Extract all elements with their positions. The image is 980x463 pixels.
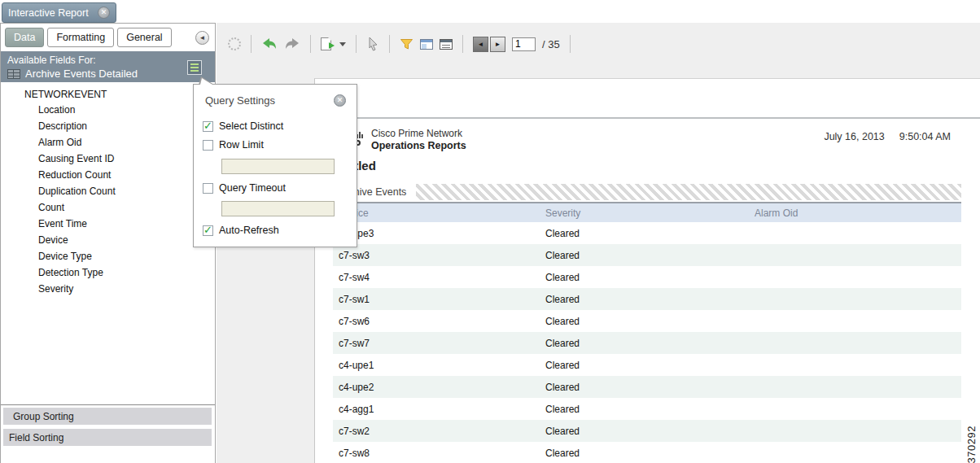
report-toolbar: ◄ ► / 35 — [228, 33, 574, 55]
query-settings-menu-button[interactable] — [187, 60, 202, 75]
report-brand-row: Cisco Prime Network Operations Reports J… — [347, 128, 951, 151]
table-cell: c4-upe3 — [333, 228, 540, 239]
brand-line1: Cisco Prime Network — [371, 128, 466, 139]
popup-title: Query Settings — [205, 94, 275, 107]
row-limit-checkbox[interactable] — [203, 140, 213, 151]
interactive-report-tab-label: Interactive Report — [8, 7, 89, 19]
table-cell: Cleared — [540, 228, 749, 239]
table-row[interactable]: c7-sw8Cleared — [333, 442, 961, 463]
table-cell: Cleared — [540, 360, 749, 371]
field-item[interactable]: Detection Type — [1, 264, 215, 281]
table-cell: Cleared — [540, 426, 749, 437]
column-header-alarm-oid[interactable]: Alarm Oid — [749, 207, 961, 219]
toolbar-separator — [462, 35, 463, 53]
toolbar-separator — [389, 35, 390, 53]
select-distinct-checkbox[interactable] — [203, 121, 213, 132]
field-item[interactable]: Duplication Count — [1, 183, 215, 199]
column-header-device[interactable]: Device — [333, 207, 540, 219]
available-fields-header: Available Fields For: Archive Events Det… — [1, 51, 215, 82]
query-timeout-input[interactable] — [221, 201, 335, 216]
filter-funnel-icon[interactable] — [400, 38, 413, 50]
toolbar-separator — [251, 35, 252, 53]
field-item[interactable]: Reduction Count — [1, 167, 215, 183]
table-row[interactable]: c7-sw4Cleared — [333, 266, 961, 288]
section-band: Archive Events — [333, 184, 961, 200]
tab-general[interactable]: General — [117, 28, 171, 47]
close-tab-icon[interactable]: ✕ — [98, 7, 110, 19]
table-cell: Cleared — [540, 250, 749, 261]
field-item[interactable]: Location — [1, 102, 215, 118]
interactive-report-tab[interactable]: Interactive Report ✕ — [2, 2, 116, 23]
report-date: July 16, 2013 — [824, 131, 884, 142]
field-item[interactable]: Causing Event ID — [1, 151, 215, 167]
table-icon — [7, 69, 20, 79]
collapse-panel-button[interactable]: ◄ — [195, 31, 209, 45]
field-tree-root[interactable]: NETWORKEVENT — [1, 87, 215, 102]
table-row[interactable]: c7-sw7Cleared — [333, 332, 961, 354]
table-cell: c7-sw7 — [333, 338, 540, 349]
row-limit-input[interactable] — [221, 159, 335, 174]
field-item[interactable]: Count — [1, 199, 215, 216]
field-item[interactable]: Device — [1, 232, 215, 248]
table-cell: c7-sw4 — [333, 272, 540, 283]
group-sorting-section[interactable]: Group Sorting — [3, 408, 212, 425]
auto-refresh-label: Auto-Refresh — [219, 225, 279, 236]
table-row[interactable]: c7-sw3Cleared — [333, 244, 961, 266]
report-designer-panel: Data Formatting General ◄ Available Fiel… — [0, 23, 216, 463]
report-header-strip — [315, 79, 980, 119]
toolbar-separator — [310, 35, 311, 53]
report-table-body: c4-upe3Clearedc7-sw3Clearedc7-sw4Cleared… — [333, 222, 961, 463]
table-cell: Cleared — [540, 382, 749, 393]
table-row[interactable]: c4-upe3Cleared — [333, 222, 961, 244]
report-view-icon[interactable] — [440, 39, 453, 50]
figure-number: 370292 — [965, 426, 978, 463]
table-cell: Cleared — [540, 448, 749, 459]
table-cell: c4-agg1 — [333, 404, 540, 415]
popup-close-icon[interactable]: ✕ — [334, 94, 346, 107]
table-row[interactable]: c7-sw6Cleared — [333, 310, 961, 332]
report-time: 9:50:04 AM — [899, 131, 951, 142]
field-item[interactable]: Severity — [1, 281, 215, 297]
previous-page-button[interactable]: ◄ — [473, 37, 488, 52]
field-item[interactable]: Description — [1, 118, 215, 134]
undo-icon[interactable] — [261, 37, 278, 50]
data-source-name: Archive Events Detailed — [25, 68, 138, 80]
table-row[interactable]: c7-sw2Cleared — [333, 420, 961, 442]
table-row[interactable]: c4-upe2Cleared — [333, 376, 961, 398]
table-cell: c4-upe1 — [333, 360, 540, 371]
query-timeout-label: Query Timeout — [219, 182, 286, 194]
report-preview-page: Cisco Prime Network Operations Reports J… — [314, 78, 980, 463]
query-settings-popup: Query Settings ✕ Select Distinct Row Lim… — [193, 84, 357, 247]
table-row[interactable]: c4-upe1Cleared — [333, 354, 961, 376]
prompt-panel-icon[interactable] — [420, 39, 433, 50]
available-fields-label: Available Fields For: — [7, 55, 208, 66]
export-dropdown-icon[interactable] — [339, 42, 346, 46]
report-title: Untitled — [330, 159, 980, 173]
page-number-input[interactable] — [512, 37, 536, 51]
table-row[interactable]: c4-agg1Cleared — [333, 398, 961, 420]
table-cell: c7-sw2 — [333, 426, 540, 437]
toolbar-separator — [570, 35, 571, 53]
select-distinct-label: Select Distinct — [219, 120, 283, 132]
settings-gear-icon[interactable] — [228, 37, 241, 50]
pointer-icon[interactable] — [366, 37, 379, 51]
export-icon[interactable] — [321, 37, 331, 50]
tab-data[interactable]: Data — [5, 28, 44, 47]
field-sorting-section[interactable]: Field Sorting — [3, 429, 212, 446]
table-cell: c7-sw3 — [333, 250, 540, 261]
field-item[interactable]: Event Time — [1, 216, 215, 232]
next-page-button[interactable]: ► — [490, 37, 505, 52]
tab-formatting[interactable]: Formatting — [47, 28, 114, 47]
table-cell: c7-sw1 — [333, 294, 540, 305]
auto-refresh-checkbox[interactable] — [203, 225, 213, 236]
redo-icon[interactable] — [284, 37, 300, 50]
table-cell: Cleared — [540, 316, 749, 327]
column-header-severity[interactable]: Severity — [540, 207, 749, 219]
table-row[interactable]: c7-sw1Cleared — [333, 288, 961, 310]
field-item[interactable]: Device Type — [1, 248, 215, 264]
field-tree: NETWORKEVENT LocationDescriptionAlarm Oi… — [1, 87, 215, 297]
query-timeout-checkbox[interactable] — [203, 183, 213, 194]
table-cell: Cleared — [540, 404, 749, 415]
field-item[interactable]: Alarm Oid — [1, 134, 215, 151]
panel-tab-bar: Data Formatting General — [5, 28, 172, 47]
